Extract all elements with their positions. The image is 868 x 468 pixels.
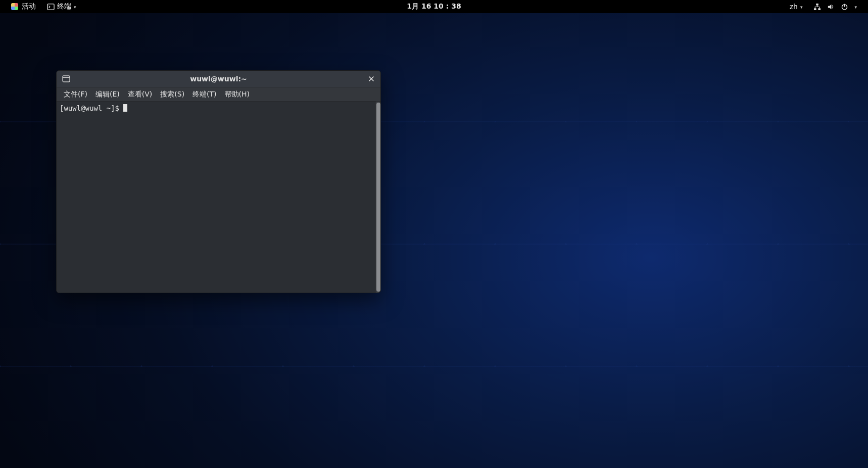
svg-rect-3 [818, 8, 821, 10]
terminal-scrollbar[interactable] [375, 102, 380, 293]
clock-button[interactable]: 1月 16 10 : 38 [404, 0, 464, 13]
menu-edit[interactable]: 编辑(E) [91, 88, 124, 101]
terminal-cursor [123, 104, 127, 112]
menu-view[interactable]: 查看(V) [124, 88, 157, 101]
chevron-down-icon: ▾ [800, 5, 803, 10]
terminal-window: wuwl@wuwl:~ 文件(F) 编辑(E) 查看(V) 搜索(S) 终端(T… [56, 70, 381, 293]
svg-rect-1 [816, 3, 819, 5]
window-title: wuwl@wuwl:~ [190, 75, 247, 83]
clock-label: 1月 16 10 : 38 [407, 2, 461, 11]
network-wired-icon [813, 3, 821, 11]
menu-file[interactable]: 文件(F) [60, 88, 91, 101]
svg-rect-2 [814, 8, 816, 10]
terminal-body[interactable]: [wuwl@wuwl ~]$ [57, 102, 380, 293]
chevron-down-icon: ▾ [854, 5, 857, 10]
terminal-app-icon [47, 3, 55, 11]
volume-icon [827, 3, 835, 11]
distro-logo-icon [11, 3, 18, 10]
menu-terminal[interactable]: 终端(T) [188, 88, 220, 101]
chevron-down-icon: ▾ [74, 5, 76, 10]
system-status-area[interactable]: ▾ [810, 0, 860, 13]
input-method-label: zh [790, 3, 798, 11]
gnome-top-bar: 活动 终端 ▾ 1月 16 10 : 38 zh ▾ [0, 0, 868, 13]
terminal-text-area[interactable]: [wuwl@wuwl ~]$ [57, 102, 375, 293]
terminal-prompt: [wuwl@wuwl ~]$ [60, 104, 123, 112]
activities-label: 活动 [22, 2, 36, 11]
svg-rect-0 [47, 4, 54, 9]
menu-help[interactable]: 帮助(H) [221, 88, 254, 101]
power-icon [841, 3, 848, 11]
scrollbar-thumb[interactable] [376, 103, 380, 292]
close-button[interactable] [365, 73, 377, 85]
close-icon [368, 76, 374, 82]
input-method-button[interactable]: zh ▾ [787, 0, 806, 13]
svg-rect-6 [63, 76, 70, 82]
app-menu-button[interactable]: 终端 ▾ [44, 0, 79, 13]
menu-search[interactable]: 搜索(S) [156, 88, 188, 101]
app-menu-label: 终端 [57, 2, 71, 11]
new-tab-icon[interactable] [62, 74, 71, 83]
activities-button[interactable]: 活动 [8, 0, 39, 13]
window-menubar: 文件(F) 编辑(E) 查看(V) 搜索(S) 终端(T) 帮助(H) [57, 87, 380, 102]
window-titlebar[interactable]: wuwl@wuwl:~ [57, 71, 380, 87]
